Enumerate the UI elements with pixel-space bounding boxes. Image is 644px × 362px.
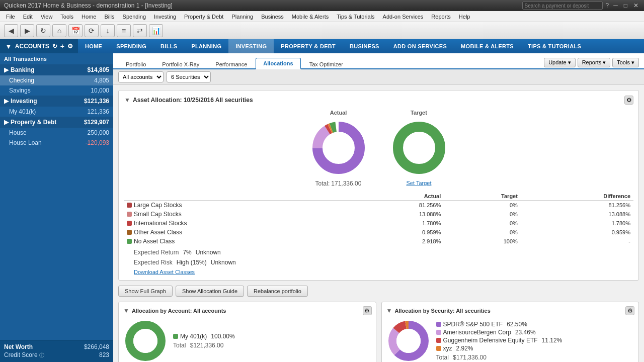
menu-file[interactable]: File xyxy=(2,11,19,22)
titlebar-search[interactable]: Search a payment or deposit xyxy=(525,3,589,9)
row-name-cell: Large Cap Stocks xyxy=(124,201,349,210)
menu-spending[interactable]: Spending xyxy=(119,11,150,22)
nav-planning[interactable]: PLANNING xyxy=(184,39,228,53)
menu-home[interactable]: Home xyxy=(77,11,100,22)
row-actual: 1.780% xyxy=(349,219,444,228)
menu-business[interactable]: Business xyxy=(257,11,288,22)
nav-accounts-refresh[interactable]: ↻ xyxy=(52,43,57,50)
home-button[interactable]: ⌂ xyxy=(52,24,66,37)
refresh-button[interactable]: ↻ xyxy=(36,24,50,37)
row-name-cell: International Stocks xyxy=(124,219,349,228)
sidebar-item-house-loan[interactable]: House Loan -120,093 xyxy=(0,138,113,148)
tab-tax-optimizer[interactable]: Tax Optimizer xyxy=(302,59,351,69)
sidebar-group-banking[interactable]: ▶ Banking $14,805 xyxy=(0,64,113,75)
expected-risk-label: Expected Risk xyxy=(134,259,173,266)
allocation-table: Actual Target Difference Large Cap Stock… xyxy=(124,192,633,246)
account-filter-select[interactable]: All accounts xyxy=(118,71,164,82)
nav-investing[interactable]: INVESTING xyxy=(228,39,274,53)
transfer-button[interactable]: ⇄ xyxy=(133,24,147,37)
tab-allocations[interactable]: Allocations xyxy=(256,58,300,69)
sync-button[interactable]: ⟳ xyxy=(85,24,99,37)
calendar-button[interactable]: 📅 xyxy=(68,24,83,37)
nav-addon-services[interactable]: ADD ON SERVICES xyxy=(386,39,454,53)
nav-accounts-gear[interactable]: ⚙ xyxy=(67,43,73,50)
nav-tips[interactable]: TIPS & TUTORIALS xyxy=(521,39,588,53)
register-button[interactable]: ≡ xyxy=(117,24,131,37)
security-legend-xyz: xyz 2.92% xyxy=(436,345,562,352)
minimize-button[interactable]: ─ xyxy=(612,2,619,9)
sidebar-group-property-debt[interactable]: ▶ Property & Debt $129,907 xyxy=(0,117,113,128)
sidebar-item-savings[interactable]: Savings 10,000 xyxy=(0,85,113,96)
account-legend-401k-label: My 401(k) xyxy=(180,333,207,340)
menu-planning[interactable]: Planning xyxy=(227,11,257,22)
sidebar-footer: Net Worth $266,048 Credit Score ⓘ 823 xyxy=(0,340,113,362)
alloc-table-row: Large Cap Stocks 81.256% 0% 81.256% xyxy=(124,201,633,210)
alloc-table-row: International Stocks 1.780% 0% 1.780% xyxy=(124,219,633,228)
menu-bills[interactable]: Bills xyxy=(100,11,118,22)
row-name: Large Cap Stocks xyxy=(134,202,182,209)
nav-bills[interactable]: BILLS xyxy=(153,39,184,53)
menu-edit[interactable]: Edit xyxy=(19,11,37,22)
menu-property-debt[interactable]: Property & Debt xyxy=(180,11,227,22)
section-gear-icon[interactable]: ⚙ xyxy=(624,96,633,105)
tab-portfolio-xray[interactable]: Portfolio X-Ray xyxy=(154,59,207,69)
savings-amount: 10,000 xyxy=(91,87,109,94)
tab-performance[interactable]: Performance xyxy=(208,59,255,69)
sidebar-item-401k[interactable]: My 401(k) 121,336 xyxy=(0,107,113,117)
close-button[interactable]: ✕ xyxy=(632,2,640,9)
property-label: Property & Debt xyxy=(11,119,56,126)
update-button[interactable]: Update ▾ xyxy=(544,58,576,67)
row-color-dot xyxy=(127,230,132,235)
menu-investing[interactable]: Investing xyxy=(150,11,180,22)
nav-spending[interactable]: SPENDING xyxy=(109,39,153,53)
sidebar-item-house[interactable]: House 250,000 xyxy=(0,128,113,138)
help-icon[interactable]: ? xyxy=(606,2,609,9)
row-color-dot xyxy=(127,203,132,208)
nav-business[interactable]: BUSINESS xyxy=(343,39,386,53)
download-asset-classes-link[interactable]: Download Asset Classes xyxy=(134,269,633,275)
tab-portfolio[interactable]: Portfolio xyxy=(118,59,153,69)
section-collapse-icon[interactable]: ▼ xyxy=(124,97,131,104)
alloc-table-row: Small Cap Stocks 13.088% 0% 13.088% xyxy=(124,210,633,219)
actual-chart-container: Actual xyxy=(308,110,369,187)
sidebar-group-investing[interactable]: ▶ Investing $121,336 xyxy=(0,96,113,107)
net-worth-value: $266,048 xyxy=(84,343,109,350)
account-legend-401k-pct: 100.00% xyxy=(211,333,234,340)
account-panel-collapse[interactable]: ▼ xyxy=(123,307,130,314)
nav-property-debt[interactable]: PROPERTY & DEBT xyxy=(274,39,343,53)
menu-help[interactable]: Help xyxy=(455,11,474,22)
expected-risk-target: Unknown xyxy=(211,259,236,266)
tools-button[interactable]: Tools ▾ xyxy=(612,58,639,67)
security-panel-gear[interactable]: ⚙ xyxy=(625,306,634,315)
account-donut-svg xyxy=(123,318,168,362)
security-panel-collapse[interactable]: ▼ xyxy=(386,307,393,314)
credit-score-info-icon[interactable]: ⓘ xyxy=(39,352,44,358)
download-button[interactable]: ↓ xyxy=(101,24,115,37)
sidebar-item-checking[interactable]: Checking 4,805 xyxy=(0,75,113,85)
menu-reports[interactable]: Reports xyxy=(427,11,455,22)
menu-view[interactable]: View xyxy=(37,11,57,22)
menu-addon[interactable]: Add-on Services xyxy=(379,11,428,22)
security-filter-select[interactable]: 6 Securities xyxy=(167,71,211,82)
maximize-button[interactable]: □ xyxy=(622,2,629,9)
menu-mobile-alerts[interactable]: Mobile & Alerts xyxy=(288,11,333,22)
show-full-graph-button[interactable]: Show Full Graph xyxy=(118,286,173,297)
menu-tips[interactable]: Tips & Tutorials xyxy=(333,11,378,22)
set-target-link[interactable]: Set Target xyxy=(407,180,432,186)
rebalance-portfolio-button[interactable]: Rebalance portfolio xyxy=(247,286,308,297)
credit-score-label: Credit Score ⓘ xyxy=(4,351,44,359)
reports-button[interactable]: Reports ▾ xyxy=(578,58,611,67)
row-name-cell: Small Cap Stocks xyxy=(124,210,349,219)
nav-accounts-add[interactable]: + xyxy=(60,42,64,50)
nav-home[interactable]: HOME xyxy=(78,39,109,53)
forward-button[interactable]: ▶ xyxy=(20,24,34,37)
sidebar-all-transactions[interactable]: All Transactions xyxy=(0,53,113,64)
account-panel-gear[interactable]: ⚙ xyxy=(363,306,372,315)
show-allocation-guide-button[interactable]: Show Allocation Guide xyxy=(176,286,244,297)
content-scroll[interactable]: ▼ Asset Allocation: 10/25/2016 All secur… xyxy=(113,85,644,362)
menu-tools[interactable]: Tools xyxy=(56,11,77,22)
nav-mobile-alerts[interactable]: MOBILE & ALERTS xyxy=(454,39,521,53)
expected-return-label: Expected Return xyxy=(134,249,179,256)
report-button[interactable]: 📊 xyxy=(149,24,163,37)
back-button[interactable]: ◀ xyxy=(4,24,18,37)
